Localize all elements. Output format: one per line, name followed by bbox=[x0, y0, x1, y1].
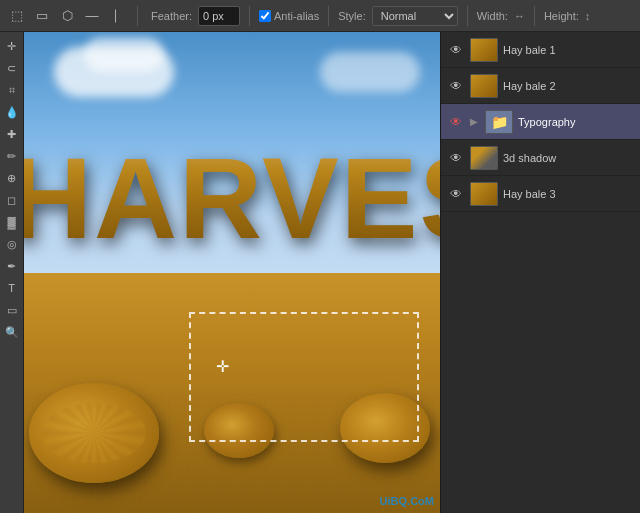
cloud3 bbox=[320, 52, 420, 92]
eye-icon-hay-bale-2[interactable]: 👁 bbox=[447, 77, 465, 95]
sep4 bbox=[467, 6, 468, 26]
hay-bale-mid bbox=[204, 403, 274, 458]
layer-name-hay-bale-3: Hay bale 3 bbox=[503, 188, 634, 200]
selection-tools: ⬚ ▭ ⬡ — — bbox=[6, 5, 128, 27]
shape-tool[interactable]: ▭ bbox=[2, 300, 22, 320]
type-tool[interactable]: T bbox=[2, 278, 22, 298]
harvest-image: HARVEST bbox=[24, 32, 440, 513]
layer-item-hay-bale-2[interactable]: 👁 Hay bale 2 bbox=[441, 68, 640, 104]
single-row-icon[interactable]: — bbox=[81, 5, 103, 27]
crosshair-cursor: ✛ bbox=[216, 357, 229, 376]
cloud2 bbox=[84, 37, 164, 72]
crop-tool[interactable]: ⌗ bbox=[2, 80, 22, 100]
clone-tool[interactable]: ⊕ bbox=[2, 168, 22, 188]
brush-tool[interactable]: ✏ bbox=[2, 146, 22, 166]
eraser-tool[interactable]: ◻ bbox=[2, 190, 22, 210]
eye-icon-hay-bale-3[interactable]: 👁 bbox=[447, 185, 465, 203]
blur-tool[interactable]: ◎ bbox=[2, 234, 22, 254]
harvest-text: HARVEST bbox=[24, 132, 440, 264]
layer-item-typography[interactable]: 👁 ▶ 📁 Typography bbox=[441, 104, 640, 140]
layer-name-3d-shadow: 3d shadow bbox=[503, 152, 634, 164]
layer-thumb-hay-bale-1 bbox=[470, 38, 498, 62]
eyedrop-tool[interactable]: 💧 bbox=[2, 102, 22, 122]
main-area: ✛ ⊂ ⌗ 💧 ✚ ✏ ⊕ ◻ ▓ ◎ ✒ T ▭ 🔍 HARVEST bbox=[0, 32, 640, 513]
layer-name-hay-bale-2: Hay bale 2 bbox=[503, 80, 634, 92]
toolbar: ⬚ ▭ ⬡ — — Feather: Anti-alias Style: Nor… bbox=[0, 0, 640, 32]
layer-thumb-hay-bale-3 bbox=[470, 182, 498, 206]
ellipse-marquee-icon[interactable]: ⬡ bbox=[56, 5, 78, 27]
zoom-tool[interactable]: 🔍 bbox=[2, 322, 22, 342]
hay-bale-right bbox=[340, 393, 430, 463]
single-col-icon[interactable]: — bbox=[106, 5, 128, 27]
eye-icon-3d-shadow[interactable]: 👁 bbox=[447, 149, 465, 167]
pen-tool[interactable]: ✒ bbox=[2, 256, 22, 276]
sep2 bbox=[249, 6, 250, 26]
sep3 bbox=[328, 6, 329, 26]
style-select[interactable]: Normal Fixed Ratio Fixed Size bbox=[372, 6, 458, 26]
antialias-label: Anti-alias bbox=[274, 10, 319, 22]
hay-bale-left bbox=[29, 383, 159, 483]
folder-arrow-typography: ▶ bbox=[470, 116, 478, 127]
canvas-area[interactable]: HARVEST ✛ UiBQ.CoM bbox=[24, 32, 440, 513]
layer-name-typography: Typography bbox=[518, 116, 634, 128]
left-sidebar: ✛ ⊂ ⌗ 💧 ✚ ✏ ⊕ ◻ ▓ ◎ ✒ T ▭ 🔍 bbox=[0, 32, 24, 513]
eye-icon-typography[interactable]: 👁 bbox=[447, 113, 465, 131]
feather-label: Feather: bbox=[151, 10, 192, 22]
sep1 bbox=[137, 6, 138, 26]
layer-item-hay-bale-1[interactable]: 👁 Hay bale 1 bbox=[441, 32, 640, 68]
rect-marquee-icon[interactable]: ▭ bbox=[31, 5, 53, 27]
lasso-tool[interactable]: ⊂ bbox=[2, 58, 22, 78]
height-label: Height: bbox=[544, 10, 579, 22]
layer-thumb-typography: 📁 bbox=[485, 110, 513, 134]
layer-thumb-3d-shadow bbox=[470, 146, 498, 170]
width-arrow-icon: ↔ bbox=[514, 10, 525, 22]
sep5 bbox=[534, 6, 535, 26]
marquee-tool-icon[interactable]: ⬚ bbox=[6, 5, 28, 27]
antialias-checkbox[interactable]: Anti-alias bbox=[259, 10, 319, 22]
gradient-tool[interactable]: ▓ bbox=[2, 212, 22, 232]
layer-name-hay-bale-1: Hay bale 1 bbox=[503, 44, 634, 56]
feather-input[interactable] bbox=[198, 6, 240, 26]
eye-icon-hay-bale-1[interactable]: 👁 bbox=[447, 41, 465, 59]
layers-panel: 👁 Hay bale 1 👁 Hay bale 2 👁 ▶ 📁 Typograp… bbox=[440, 32, 640, 513]
layer-item-3d-shadow[interactable]: 👁 3d shadow bbox=[441, 140, 640, 176]
height-arrow-icon: ↕ bbox=[585, 10, 591, 22]
move-tool[interactable]: ✛ bbox=[2, 36, 22, 56]
heal-tool[interactable]: ✚ bbox=[2, 124, 22, 144]
width-label: Width: bbox=[477, 10, 508, 22]
layer-item-hay-bale-3[interactable]: 👁 Hay bale 3 bbox=[441, 176, 640, 212]
layer-thumb-hay-bale-2 bbox=[470, 74, 498, 98]
style-label: Style: bbox=[338, 10, 366, 22]
watermark: UiBQ.CoM bbox=[380, 495, 434, 507]
